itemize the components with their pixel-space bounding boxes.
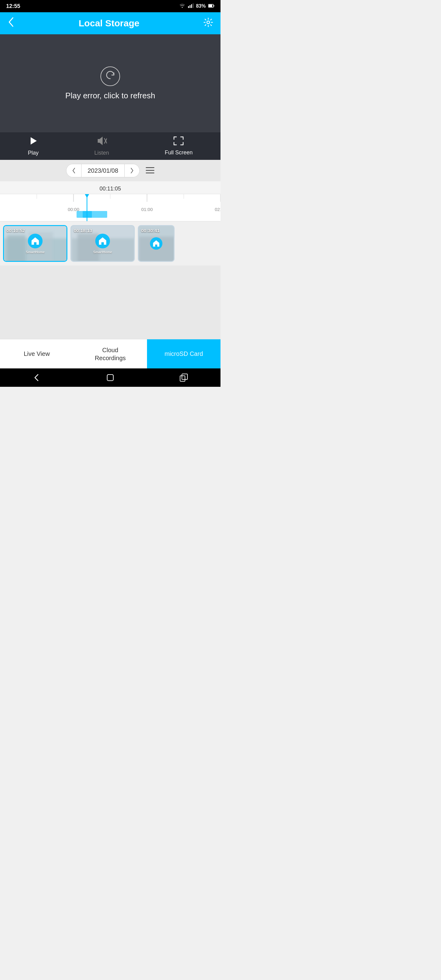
svg-rect-1 bbox=[189, 5, 191, 8]
current-date: 2023/01/08 bbox=[81, 164, 125, 177]
play-label: Play bbox=[28, 150, 38, 156]
svg-rect-3 bbox=[193, 3, 194, 8]
bottom-nav-bar bbox=[0, 368, 221, 387]
svg-rect-30 bbox=[7, 235, 25, 262]
system-recents-button[interactable] bbox=[180, 373, 188, 382]
refresh-icon bbox=[105, 70, 116, 83]
thumbnail-2[interactable]: 00:18:13 SmartHome bbox=[70, 225, 135, 262]
nav-bar: Local Storage bbox=[0, 12, 221, 34]
svg-rect-6 bbox=[214, 5, 214, 7]
listen-button[interactable]: Listen bbox=[94, 136, 109, 156]
wifi-icon bbox=[179, 3, 186, 9]
bottom-tabs: Live View CloudRecordings microSD Card bbox=[0, 339, 221, 368]
svg-rect-13 bbox=[146, 170, 154, 171]
svg-text:01:00: 01:00 bbox=[141, 207, 153, 212]
svg-rect-0 bbox=[188, 6, 189, 8]
svg-point-7 bbox=[207, 21, 210, 24]
svg-rect-14 bbox=[146, 172, 154, 173]
page-title: Local Storage bbox=[79, 18, 139, 29]
thumb-logo-icon-3 bbox=[150, 237, 163, 250]
svg-rect-25 bbox=[83, 211, 107, 218]
status-time: 12:55 bbox=[6, 3, 20, 10]
play-icon bbox=[28, 136, 38, 148]
fullscreen-button[interactable]: Full Screen bbox=[165, 136, 193, 156]
thumb-logo-icon-2 bbox=[95, 233, 111, 249]
thumbnails-row: 00:10:52 SmartHome 00 bbox=[0, 221, 221, 266]
thumbnail-time-2: 00:18:13 bbox=[74, 228, 92, 233]
svg-rect-41 bbox=[180, 376, 185, 381]
tab-microsd-card[interactable]: microSD Card bbox=[147, 339, 221, 368]
system-back-button[interactable] bbox=[32, 373, 41, 382]
menu-button[interactable] bbox=[146, 166, 154, 175]
battery-icon bbox=[208, 3, 214, 9]
listen-label: Listen bbox=[94, 150, 109, 156]
thumbnail-time-1: 00:10:52 bbox=[6, 228, 25, 233]
video-player[interactable]: Play error, click to refresh bbox=[0, 34, 221, 132]
settings-button[interactable] bbox=[203, 18, 213, 29]
tab-live-view[interactable]: Live View bbox=[0, 339, 73, 368]
svg-text:02:00: 02:00 bbox=[215, 207, 221, 212]
thumbnail-3[interactable]: 00:30:41 bbox=[138, 225, 175, 262]
back-button[interactable] bbox=[7, 16, 15, 30]
timeline-current-time: 00:11:05 bbox=[0, 185, 221, 194]
signal-icon bbox=[188, 3, 194, 9]
thumb-brand-2: SmartHome bbox=[93, 250, 112, 254]
thumb-logo-icon-1 bbox=[27, 233, 43, 249]
svg-marker-9 bbox=[98, 137, 103, 145]
svg-rect-2 bbox=[191, 4, 192, 8]
timeline-section: 00:11:05 00:00 01:00 02:00 bbox=[0, 181, 221, 221]
empty-area bbox=[0, 266, 221, 339]
fullscreen-label: Full Screen bbox=[165, 150, 193, 156]
error-text: Play error, click to refresh bbox=[65, 91, 155, 100]
mute-icon bbox=[97, 136, 107, 148]
thumbnail-time-3: 00:30:41 bbox=[141, 228, 159, 233]
timeline-track[interactable]: 00:00 01:00 02:00 bbox=[0, 194, 221, 221]
svg-marker-8 bbox=[30, 137, 37, 145]
thumb-brand-1: SmartHome bbox=[26, 250, 45, 254]
tab-cloud-recordings[interactable]: CloudRecordings bbox=[73, 339, 147, 368]
svg-rect-12 bbox=[146, 167, 154, 168]
system-home-button[interactable] bbox=[106, 374, 114, 382]
svg-rect-40 bbox=[107, 375, 113, 381]
play-button[interactable]: Play bbox=[28, 136, 38, 156]
battery-text: 83% bbox=[196, 3, 206, 9]
controls-bar: Play Listen Full Screen bbox=[0, 132, 221, 160]
svg-rect-5 bbox=[209, 5, 212, 7]
status-bar: 12:55 83% bbox=[0, 0, 221, 12]
date-navigation: 2023/01/08 bbox=[0, 160, 221, 181]
svg-marker-27 bbox=[85, 194, 89, 198]
date-pill: 2023/01/08 bbox=[66, 164, 140, 177]
refresh-button[interactable] bbox=[100, 67, 120, 86]
fullscreen-icon bbox=[174, 136, 184, 148]
thumbnail-1[interactable]: 00:10:52 SmartHome bbox=[3, 225, 67, 262]
next-date-button[interactable] bbox=[125, 164, 139, 177]
status-icons: 83% bbox=[179, 3, 214, 9]
prev-date-button[interactable] bbox=[67, 164, 81, 177]
